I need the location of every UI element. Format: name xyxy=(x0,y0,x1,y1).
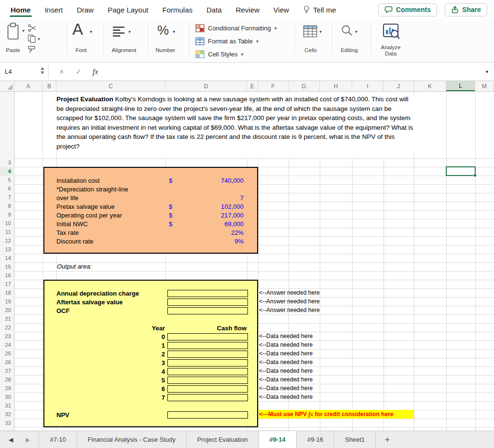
column-header-g[interactable]: G xyxy=(288,81,320,91)
formula-bar-expand-icon[interactable]: ▼ xyxy=(480,69,494,74)
font-icon[interactable]: A xyxy=(72,20,83,39)
menu-formulas[interactable]: Formulas xyxy=(162,0,192,19)
npv-input-cell[interactable] xyxy=(167,411,248,419)
cells-dropdown-icon[interactable]: ▾ xyxy=(319,29,322,34)
row-header-8[interactable]: 8 xyxy=(0,202,14,210)
row-header-11[interactable]: 11 xyxy=(0,228,14,236)
alignment-icon[interactable] xyxy=(113,27,125,38)
cashflow-input-cell-year-2[interactable] xyxy=(167,351,248,358)
name-box[interactable]: L4 xyxy=(0,63,48,81)
name-box-spinner[interactable] xyxy=(41,67,44,74)
analyze-data-label[interactable]: Analyze Data xyxy=(377,44,404,57)
row-header-23[interactable]: 23 xyxy=(0,332,14,340)
answer-input-cell[interactable] xyxy=(167,307,248,314)
cancel-icon[interactable]: × xyxy=(54,68,69,76)
tab-scroll-left-icon[interactable]: ◀ xyxy=(9,436,13,443)
sheet-tab-sheet1[interactable]: Sheet1 xyxy=(334,431,376,448)
column-header-f[interactable]: F xyxy=(258,81,288,91)
format-as-table-button[interactable]: Format as Table ▾ xyxy=(195,36,259,46)
cashflow-input-cell-year-3[interactable] xyxy=(167,359,248,367)
column-header-a[interactable]: A xyxy=(14,81,42,91)
column-header-h[interactable]: H xyxy=(320,81,352,91)
column-header-c[interactable]: C xyxy=(56,81,165,91)
row-header-28[interactable]: 28 xyxy=(0,375,14,384)
number-dropdown-icon[interactable]: ▾ xyxy=(173,29,175,34)
row-header-7[interactable]: 7 xyxy=(0,193,14,202)
cells-layer[interactable]: Project Evaluation Kolby's Korndogs is l… xyxy=(14,92,494,431)
cashflow-input-cell-year-0[interactable] xyxy=(167,333,248,340)
answer-input-cell[interactable] xyxy=(167,299,248,306)
add-sheet-button[interactable]: + xyxy=(376,431,398,448)
font-label[interactable]: Font xyxy=(68,47,95,54)
row-header-10[interactable]: 10 xyxy=(0,219,14,228)
column-header-b[interactable]: B xyxy=(42,81,56,91)
menu-view[interactable]: View xyxy=(274,0,289,19)
row-header-4[interactable]: 4 xyxy=(0,167,14,176)
row-header-25[interactable]: 25 xyxy=(0,349,14,358)
select-all-corner[interactable] xyxy=(0,81,14,91)
row-header-32[interactable]: 32 xyxy=(0,410,14,419)
sheet-tab--9-16[interactable]: #9-16 xyxy=(297,431,334,448)
row-header-9[interactable]: 9 xyxy=(0,210,14,219)
row-header-16[interactable]: 16 xyxy=(0,271,14,280)
cashflow-input-cell-year-5[interactable] xyxy=(167,377,248,384)
analyze-data-icon[interactable] xyxy=(381,21,400,41)
row-header-17[interactable]: 17 xyxy=(0,280,14,288)
menu-tell-me[interactable]: Tell me xyxy=(303,0,336,19)
column-header-l[interactable]: L xyxy=(446,81,475,91)
number-icon[interactable]: % xyxy=(157,23,169,38)
column-header-i[interactable]: I xyxy=(352,81,384,91)
row-header-22[interactable]: 22 xyxy=(0,323,14,332)
answer-input-cell[interactable] xyxy=(167,290,248,297)
editing-icon[interactable] xyxy=(341,24,353,37)
row-header-18[interactable]: 18 xyxy=(0,288,14,297)
number-label[interactable]: Number xyxy=(151,47,180,54)
sheet-tab-financial-analysis-case-study[interactable]: Financial Analysis - Case Study xyxy=(77,431,187,448)
column-header-j[interactable]: J xyxy=(384,81,414,91)
copy-dropdown-icon[interactable]: ▾ xyxy=(38,36,40,41)
format-painter-icon[interactable] xyxy=(27,45,36,54)
copy-icon[interactable] xyxy=(27,34,36,43)
editing-label[interactable]: Editing xyxy=(334,47,365,54)
tab-scroll-right-icon[interactable]: ▶ xyxy=(26,436,30,443)
cashflow-input-cell-year-4[interactable] xyxy=(167,368,248,375)
row-header-3[interactable]: 3 xyxy=(0,158,14,167)
paste-dropdown-icon[interactable]: ▾ xyxy=(22,28,25,33)
row-header-27[interactable]: 27 xyxy=(0,367,14,375)
row-header-5[interactable]: 5 xyxy=(0,176,14,184)
row-header-29[interactable]: 29 xyxy=(0,384,14,393)
row-header-19[interactable]: 19 xyxy=(0,297,14,306)
column-header-d[interactable]: D xyxy=(165,81,247,91)
spinner-up-icon[interactable] xyxy=(41,67,44,70)
font-dropdown-icon[interactable]: ▾ xyxy=(90,29,92,34)
paste-label[interactable]: Paste xyxy=(2,47,24,54)
row-header-14[interactable]: 14 xyxy=(0,254,14,262)
menu-data[interactable]: Data xyxy=(206,0,222,19)
cashflow-input-cell-year-6[interactable] xyxy=(167,385,248,393)
cut-icon[interactable] xyxy=(28,24,37,32)
cells-label[interactable]: Cells xyxy=(298,47,323,54)
row-header-24[interactable]: 24 xyxy=(0,340,14,349)
sheet-tab-project-evaluation[interactable]: Project Evaluation xyxy=(187,431,259,448)
column-header-k[interactable]: K xyxy=(414,81,446,91)
row-header-33[interactable]: 33 xyxy=(0,419,14,427)
row-header-15[interactable]: 15 xyxy=(0,262,14,271)
row-header-26[interactable]: 26 xyxy=(0,358,14,367)
menu-page-layout[interactable]: Page Layout xyxy=(108,0,148,19)
column-header-m[interactable]: M xyxy=(475,81,494,91)
editing-dropdown-icon[interactable]: ▾ xyxy=(355,29,357,34)
alignment-label[interactable]: Alignment xyxy=(107,47,141,54)
cell-styles-button[interactable]: Cell Styles ▾ xyxy=(195,49,243,59)
column-header-e[interactable]: E xyxy=(247,81,258,91)
cashflow-input-cell-year-7[interactable] xyxy=(167,394,248,401)
alignment-dropdown-icon[interactable]: ▾ xyxy=(128,29,131,34)
formula-input[interactable] xyxy=(103,63,480,81)
row-header-13[interactable]: 13 xyxy=(0,245,14,254)
row-header-21[interactable]: 21 xyxy=(0,314,14,323)
menu-home[interactable]: Home xyxy=(11,0,31,19)
menu-review[interactable]: Review xyxy=(236,0,260,19)
row-header-12[interactable]: 12 xyxy=(0,236,14,245)
selection-box[interactable] xyxy=(446,166,476,176)
row-header-20[interactable]: 20 xyxy=(0,306,14,314)
fill-handle[interactable] xyxy=(473,174,477,177)
